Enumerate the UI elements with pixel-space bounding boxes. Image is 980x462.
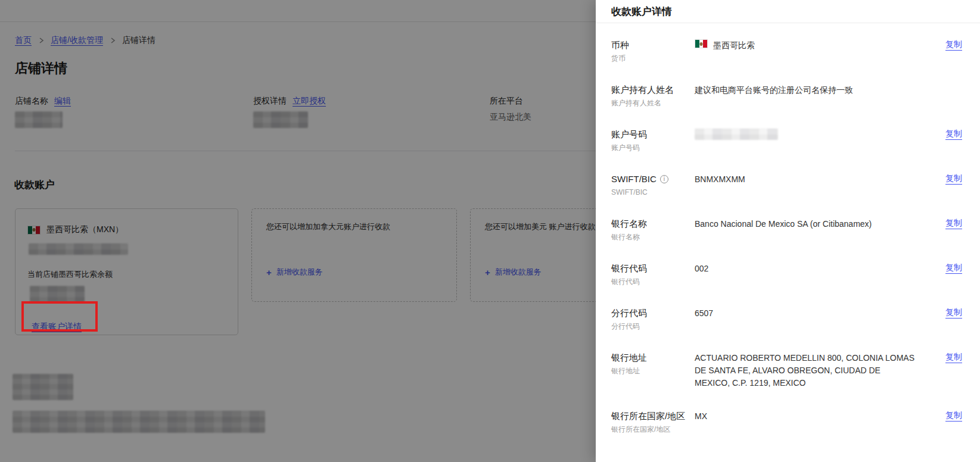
field-value: 建议和电商平台账号的注册公司名保持一致 <box>695 84 922 96</box>
copy-link[interactable]: 复制 <box>945 263 962 273</box>
field-value-text: BNMXMXMM <box>695 173 745 186</box>
field-value: BNMXMXMM <box>695 173 922 186</box>
field-label: 账户持有人姓名 <box>611 84 695 95</box>
field-sublabel: 分行代码 <box>611 322 695 330</box>
account-detail-row: 账户号码账户号码复制 <box>611 129 962 152</box>
field-sublabel: 银行地址 <box>611 367 695 375</box>
field-sublabel: 货币 <box>611 54 695 63</box>
copy-link[interactable]: 复制 <box>945 352 962 363</box>
copy-link[interactable]: 复制 <box>945 39 962 50</box>
field-sublabel: SWIFT/BIC <box>611 188 695 196</box>
account-detail-row: 分行代码分行代码6507复制 <box>611 307 962 331</box>
field-label: 银行所在国家/地区 <box>611 410 695 422</box>
field-value-text: 建议和电商平台账号的注册公司名保持一致 <box>695 84 853 96</box>
field-value-text: MX <box>695 410 707 423</box>
field-value-text: 墨西哥比索 <box>713 39 755 52</box>
field-label-block: 账户号码账户号码 <box>611 129 695 152</box>
field-value: MX <box>695 410 922 423</box>
field-sublabel: 账户持有人姓名 <box>611 99 695 107</box>
field-label: 分行代码 <box>611 307 695 319</box>
account-detail-row: 银行所在国家/地区银行所在国家/地区MX复制 <box>611 410 962 434</box>
field-label-block: 账户持有人姓名账户持有人姓名 <box>611 84 695 107</box>
field-value: 墨西哥比索 <box>695 39 922 52</box>
field-label: 银行名称 <box>611 218 695 229</box>
red-annotation-box <box>21 301 98 332</box>
copy-link[interactable]: 复制 <box>945 129 962 139</box>
copy-link[interactable]: 复制 <box>945 173 962 184</box>
field-value-text: Banco Nacional De Mexico SA (or Citibana… <box>695 218 872 230</box>
drawer-header: 收款账户详情 <box>596 0 980 23</box>
account-detail-row: 银行名称银行名称Banco Nacional De Mexico SA (or … <box>611 218 962 242</box>
field-sublabel: 账户号码 <box>611 143 695 152</box>
field-label-block: 银行地址银行地址 <box>611 352 695 375</box>
account-detail-row: 银行地址银行地址ACTUARIO ROBERTO MEDELLIN 800, C… <box>611 352 962 389</box>
info-icon[interactable] <box>660 175 668 183</box>
copy-link[interactable]: 复制 <box>945 410 962 421</box>
censored-account-number <box>695 129 778 140</box>
field-sublabel: 银行名称 <box>611 233 695 241</box>
field-value: 6507 <box>695 307 922 320</box>
copy-link[interactable]: 复制 <box>945 307 962 318</box>
field-label-block: 银行代码银行代码 <box>611 263 695 286</box>
field-value: Banco Nacional De Mexico SA (or Citibana… <box>695 218 922 230</box>
copy-link[interactable]: 复制 <box>945 218 962 229</box>
account-detail-drawer: 收款账户详情 币种货币墨西哥比索复制账户持有人姓名账户持有人姓名建议和电商平台账… <box>596 0 980 462</box>
field-label-block: 银行所在国家/地区银行所在国家/地区 <box>611 410 695 433</box>
field-label: 银行地址 <box>611 352 695 363</box>
field-value-text: 002 <box>695 263 708 275</box>
field-label: 币种 <box>611 39 695 51</box>
mx-flag-icon <box>695 39 708 48</box>
field-label-block: 币种货币 <box>611 39 695 63</box>
account-detail-row: 银行代码银行代码002复制 <box>611 263 962 286</box>
account-detail-row: 币种货币墨西哥比索复制 <box>611 39 962 63</box>
account-detail-rows: 币种货币墨西哥比索复制账户持有人姓名账户持有人姓名建议和电商平台账号的注册公司名… <box>596 23 980 434</box>
field-label-block: SWIFT/BICSWIFT/BIC <box>611 173 695 196</box>
account-detail-row: 账户持有人姓名账户持有人姓名建议和电商平台账号的注册公司名保持一致 <box>611 84 962 108</box>
field-sublabel: 银行所在国家/地区 <box>611 425 695 433</box>
field-label: 银行代码 <box>611 263 695 274</box>
field-value-text: ACTUARIO ROBERTO MEDELLIN 800, COLONIA L… <box>695 352 916 389</box>
field-value-text: 6507 <box>695 307 713 320</box>
field-sublabel: 银行代码 <box>611 277 695 286</box>
field-value <box>695 129 922 140</box>
field-label-block: 银行名称银行名称 <box>611 218 695 241</box>
field-label: 账户号码 <box>611 129 695 140</box>
field-label-block: 分行代码分行代码 <box>611 307 695 330</box>
field-value: ACTUARIO ROBERTO MEDELLIN 800, COLONIA L… <box>695 352 922 389</box>
field-value: 002 <box>695 263 922 275</box>
account-detail-row: SWIFT/BICSWIFT/BICBNMXMXMM复制 <box>611 173 962 197</box>
drawer-title: 收款账户详情 <box>611 5 980 18</box>
field-label: SWIFT/BIC <box>611 173 695 185</box>
